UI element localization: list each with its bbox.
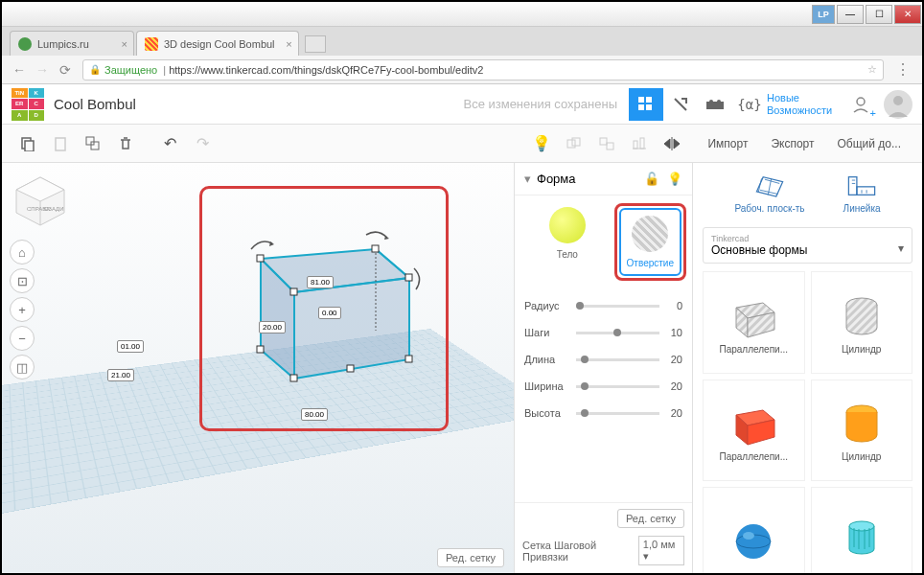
shape-cylinder-solid[interactable]: Цилиндр — [811, 380, 913, 482]
param-slider[interactable] — [576, 305, 659, 308]
mirror-button[interactable] — [658, 129, 686, 158]
shape-box-solid[interactable]: Параллелепи... — [703, 380, 805, 482]
shape-box-hole[interactable]: Параллелепи... — [703, 271, 805, 374]
svg-point-63 — [849, 521, 874, 531]
param-label: Высота — [524, 407, 576, 419]
category-small: Tinkercad — [711, 234, 904, 243]
url-field[interactable]: 🔒 Защищено | https://www.tinkercad.com/t… — [82, 59, 884, 80]
svg-point-62 — [743, 532, 754, 540]
param-value[interactable]: 0 — [659, 300, 682, 311]
solid-option[interactable]: Тело — [524, 207, 611, 277]
panel-collapse-left[interactable]: ◂ — [0, 335, 2, 374]
viewcube[interactable]: СПРАВА СЗАДИ — [12, 172, 69, 230]
user-avatar[interactable] — [884, 90, 912, 119]
svg-rect-15 — [572, 138, 580, 146]
param-value[interactable]: 20 — [659, 407, 682, 419]
mode-3d-button[interactable] — [629, 88, 663, 121]
hole-option[interactable]: Отверстие — [619, 208, 681, 276]
tab-close-icon[interactable]: × — [286, 38, 291, 50]
redo-button[interactable]: ↷ — [188, 129, 217, 158]
align-button[interactable] — [625, 129, 654, 158]
mode-bricks-button[interactable] — [698, 88, 732, 121]
share-button[interactable]: Общий до... — [828, 129, 912, 158]
svg-point-6 — [717, 100, 721, 104]
window-close[interactable]: ✕ — [894, 5, 921, 24]
browser-tab-lumpics[interactable]: Lumpics.ru × — [10, 31, 134, 56]
main-area: СПРАВА СЗАДИ ⌂ ⊡ + − ◫ 01.00 21.00 — [2, 163, 922, 573]
project-title[interactable]: Cool Bombul — [54, 96, 136, 112]
mode-code-button[interactable]: {α} — [732, 88, 767, 121]
export-button[interactable]: Экспорт — [761, 129, 823, 158]
shape-category-select[interactable]: Tinkercad Основные формы ▾ — [703, 227, 912, 264]
new-features-link[interactable]: НовыеВозможности — [767, 92, 843, 115]
duplicate-button[interactable] — [79, 129, 107, 158]
bulb-icon[interactable]: 💡 — [667, 172, 682, 186]
param-slider[interactable] — [576, 358, 659, 361]
shape-sphere[interactable] — [703, 487, 805, 573]
svg-rect-12 — [86, 137, 94, 145]
import-button[interactable]: Импорт — [698, 129, 757, 158]
favicon-icon — [145, 37, 158, 51]
param-value[interactable]: 20 — [659, 380, 682, 392]
star-icon[interactable]: ☆ — [867, 63, 877, 76]
shape-label: Параллелепи... — [719, 344, 788, 355]
nav-back-button[interactable]: ← — [8, 58, 31, 81]
zoom-in-button[interactable]: + — [10, 297, 35, 322]
hole-swatch-icon — [632, 216, 668, 252]
grid-measure: 01.00 — [117, 340, 144, 353]
nav-reload-button[interactable]: ⟳ — [54, 58, 77, 81]
new-tab-button[interactable] — [305, 35, 326, 53]
favicon-icon — [18, 37, 32, 51]
duplicate-icon — [85, 136, 101, 151]
svg-rect-4 — [706, 102, 724, 109]
param-label: Длина — [524, 354, 576, 365]
param-slider[interactable] — [576, 412, 659, 415]
undo-button[interactable]: ↶ — [155, 129, 184, 158]
canvas-3d[interactable]: СПРАВА СЗАДИ ⌂ ⊡ + − ◫ 01.00 21.00 — [2, 163, 514, 573]
nav-forward-button[interactable]: → — [31, 58, 54, 81]
ungroup-button[interactable] — [592, 129, 621, 158]
param-value[interactable]: 20 — [659, 354, 682, 365]
delete-button[interactable] — [111, 129, 140, 158]
fit-view-button[interactable]: ⊡ — [10, 268, 35, 293]
svg-rect-3 — [646, 104, 652, 110]
param-slider[interactable] — [576, 332, 659, 334]
solid-label: Тело — [557, 249, 578, 260]
tab-close-icon[interactable]: × — [122, 38, 127, 50]
cylinder-solid-icon — [833, 398, 890, 451]
bulb-button[interactable]: 💡 — [527, 129, 556, 158]
param-slider[interactable] — [576, 385, 659, 388]
ortho-toggle-button[interactable]: ◫ — [10, 355, 35, 380]
chevron-down-icon[interactable]: ▾ — [524, 172, 531, 186]
window-maximize[interactable]: ☐ — [866, 5, 892, 24]
tube-icon — [833, 511, 890, 564]
zoom-out-button[interactable]: − — [10, 326, 35, 351]
lock-icon[interactable]: 🔓 — [644, 172, 659, 186]
copy-button[interactable] — [13, 129, 42, 158]
edit-grid-button[interactable]: Ред. сетку — [437, 548, 504, 567]
shape-cylinder-hole[interactable]: Цилиндр — [811, 271, 913, 374]
grid-measure: 21.00 — [107, 369, 134, 381]
param-value[interactable]: 10 — [659, 327, 682, 338]
paste-button[interactable] — [46, 129, 75, 158]
window-minimize[interactable]: — — [837, 5, 864, 24]
view-controls: ⌂ ⊡ + − ◫ — [10, 240, 35, 383]
snap-value-select[interactable]: 1,0 мм ▾ — [638, 536, 684, 565]
mode-blocks-button[interactable] — [663, 88, 698, 121]
ruler-tool[interactable]: Линейка — [843, 172, 881, 214]
mirror-icon — [663, 136, 681, 151]
browser-menu-button[interactable]: ⋮ — [889, 60, 916, 79]
edit-grid-button[interactable]: Ред. сетку — [617, 509, 684, 528]
svg-point-60 — [736, 524, 771, 559]
group-button[interactable] — [560, 129, 589, 158]
svg-rect-45 — [857, 187, 875, 196]
workplane-tool[interactable]: Рабоч. плоск-ть — [734, 172, 804, 214]
tinkercad-logo[interactable]: TINKERCAD — [12, 88, 44, 121]
lock-icon: 🔒 — [89, 64, 101, 75]
app-header: TINKERCAD Cool Bombul Все изменения сохр… — [2, 84, 922, 125]
browser-tab-tinkercad[interactable]: 3D design Cool Bombul × — [136, 31, 299, 56]
shape-tube[interactable] — [811, 487, 913, 573]
add-user-button[interactable]: + — [843, 88, 878, 121]
home-view-button[interactable]: ⌂ — [10, 240, 35, 264]
group-icon — [566, 137, 582, 150]
